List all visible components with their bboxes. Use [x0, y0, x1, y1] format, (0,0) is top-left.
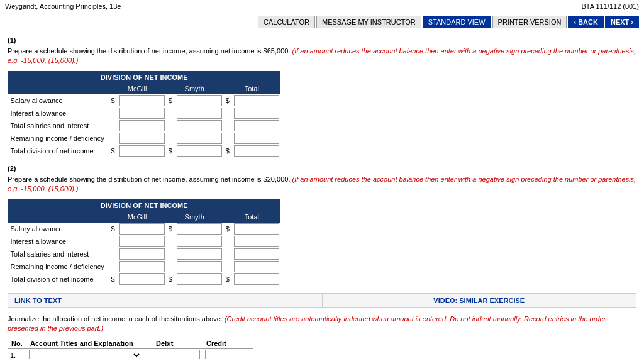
s1-row-salary: Salary allowance $ $ $ — [8, 94, 280, 107]
s1-totalsalaries-total-input[interactable] — [234, 120, 279, 131]
s2-col-total: Total — [223, 211, 280, 222]
s2-col-smyth: Smyth — [166, 211, 223, 222]
top-bar: Weygandt, Accounting Principles, 13e BTA… — [0, 0, 644, 13]
s2-totalsalaries-smyth-input[interactable] — [177, 248, 222, 260]
s2-salary-smyth-input[interactable] — [177, 223, 222, 235]
s1-totaldivision-dollar3: $ — [226, 147, 230, 155]
calculator-button[interactable]: CALCULATOR — [258, 16, 315, 28]
s1-salary-dollar2: $ — [169, 97, 172, 104]
s2-totaldivision-label: Total division of net income — [8, 273, 109, 285]
s2-totalsalaries-label: Total salaries and interest — [8, 248, 109, 260]
s1-row-remaining: Remaining income / deficiency — [8, 132, 280, 145]
s2-row-interest: Interest allowance — [8, 235, 280, 248]
s2-row-salary: Salary allowance $ $ $ — [8, 222, 280, 235]
s1-totalsalaries-smyth-input[interactable] — [177, 120, 222, 131]
book-title: Weygandt, Accounting Principles, 13e — [5, 3, 121, 10]
s2-remaining-label: Remaining income / deficiency — [8, 260, 109, 273]
s2-row-totaldivision: Total division of net income $ $ $ — [8, 273, 280, 285]
back-button[interactable]: ‹ BACK — [568, 16, 604, 28]
video-similar-exercise-button[interactable]: VIDEO: SIMILAR EXERCISE — [323, 294, 636, 307]
journal-entry1-credit1-cell — [203, 349, 253, 359]
journal-entry1-debit1-cell — [152, 349, 203, 359]
s1-salary-total-input[interactable] — [234, 95, 279, 106]
s2-totalsalaries-mcgill-input[interactable] — [119, 248, 165, 260]
s2-row-remaining: Remaining income / deficiency — [8, 260, 280, 273]
s2-salary-total-input[interactable] — [234, 223, 279, 235]
journal-entry1-no: 1. — [8, 349, 26, 359]
journal-col-debit: Debit — [152, 338, 203, 349]
section2-desc-text: Prepare a schedule showing the distribut… — [8, 175, 290, 183]
s2-salary-dollar3: $ — [226, 225, 230, 233]
s1-row-totaldivision: Total division of net income $ $ $ — [8, 145, 280, 157]
message-instructor-button[interactable]: MESSAGE MY INSTRUCTOR — [316, 16, 421, 28]
s2-salary-label: Salary allowance — [8, 222, 109, 235]
s2-interest-total-input[interactable] — [234, 236, 279, 247]
link-to-text-button[interactable]: LINK TO TEXT — [8, 294, 323, 307]
s1-remaining-smyth-input[interactable] — [177, 133, 222, 144]
s2-interest-mcgill-input[interactable] — [119, 236, 165, 247]
journal-col-no: No. — [8, 338, 26, 349]
journal-entry1-account1-select[interactable] — [29, 350, 142, 359]
s1-remaining-label: Remaining income / deficiency — [8, 132, 109, 145]
journal-entry1-debit1-input[interactable] — [155, 350, 200, 359]
s1-totalsalaries-mcgill-input[interactable] — [119, 120, 165, 131]
s1-remaining-mcgill-input[interactable] — [119, 133, 165, 144]
s1-row-interest: Interest allowance — [8, 107, 280, 119]
s1-row-totalsalaries: Total salaries and interest — [8, 119, 280, 132]
s1-totalsalaries-label: Total salaries and interest — [8, 119, 109, 132]
s2-totaldivision-total-input[interactable] — [234, 273, 279, 285]
main-content: (1) Prepare a schedule showing the distr… — [0, 31, 644, 359]
s2-salary-dollar2: $ — [169, 225, 172, 233]
s2-interest-label: Interest allowance — [8, 235, 109, 248]
s1-interest-mcgill-input[interactable] — [119, 108, 165, 119]
section1-desc-text: Prepare a schedule showing the distribut… — [8, 47, 290, 55]
s2-totaldivision-dollar2: $ — [169, 275, 172, 283]
next-button[interactable]: NEXT › — [605, 16, 639, 28]
s1-interest-smyth-input[interactable] — [177, 108, 222, 119]
s2-row-totalsalaries: Total salaries and interest — [8, 248, 280, 260]
s2-interest-smyth-input[interactable] — [177, 236, 222, 247]
s2-totaldivision-mcgill-input[interactable] — [119, 273, 165, 285]
s2-totaldivision-smyth-input[interactable] — [177, 273, 222, 285]
journal-header-row: No. Account Titles and Explanation Debit… — [8, 338, 253, 349]
s1-interest-label: Interest allowance — [8, 107, 109, 119]
section2-number: (2) — [8, 165, 636, 172]
journal-col-account: Account Titles and Explanation — [26, 338, 152, 349]
s1-totaldivision-total-input[interactable] — [234, 145, 279, 157]
s1-col-empty — [8, 83, 109, 94]
s1-totaldivision-dollar2: $ — [169, 147, 172, 155]
journal-col-credit: Credit — [203, 338, 253, 349]
s2-col-mcgill: McGill — [109, 211, 166, 222]
s2-remaining-mcgill-input[interactable] — [119, 261, 165, 272]
s1-salary-mcgill-input[interactable] — [119, 95, 165, 106]
s1-col-smyth: Smyth — [166, 83, 223, 94]
s1-totaldivision-smyth-input[interactable] — [177, 145, 222, 157]
section2-description: Prepare a schedule showing the distribut… — [8, 175, 636, 194]
s2-salary-dollar1: $ — [111, 225, 115, 233]
standard-view-button[interactable]: STANDARD VIEW — [423, 16, 491, 28]
s1-interest-total-input[interactable] — [234, 108, 279, 119]
s1-remaining-total-input[interactable] — [234, 133, 279, 144]
s2-salary-mcgill-input[interactable] — [119, 223, 165, 235]
journal-table: No. Account Titles and Explanation Debit… — [8, 338, 253, 359]
section1-description: Prepare a schedule showing the distribut… — [8, 47, 636, 66]
journal-entry1-credit1-input[interactable] — [205, 350, 250, 359]
s2-remaining-smyth-input[interactable] — [177, 261, 222, 272]
s1-totaldivision-mcgill-input[interactable] — [119, 145, 165, 157]
printer-version-button[interactable]: PRINTER VERSION — [492, 16, 567, 28]
s2-col-empty — [8, 211, 109, 222]
nav-buttons: CALCULATOR MESSAGE MY INSTRUCTOR STANDAR… — [0, 13, 644, 31]
s1-totaldivision-label: Total division of net income — [8, 145, 109, 157]
journal-entry1-row1: 1. — [8, 349, 253, 359]
page-ref: BTA 111/112 (001) — [581, 3, 639, 10]
section1-number: (1) — [8, 36, 636, 44]
section1-table-header: DIVISION OF NET INCOME — [8, 71, 280, 83]
s2-totaldivision-dollar3: $ — [226, 275, 230, 283]
section2-table: DIVISION OF NET INCOME McGill Smyth Tota… — [8, 199, 280, 285]
s1-col-total: Total — [223, 83, 280, 94]
journal-description: Journalize the allocation of net income … — [8, 314, 636, 334]
s2-remaining-total-input[interactable] — [234, 261, 279, 272]
s1-salary-smyth-input[interactable] — [177, 95, 222, 106]
s1-salary-dollar3: $ — [226, 97, 230, 104]
s2-totalsalaries-total-input[interactable] — [234, 248, 279, 260]
